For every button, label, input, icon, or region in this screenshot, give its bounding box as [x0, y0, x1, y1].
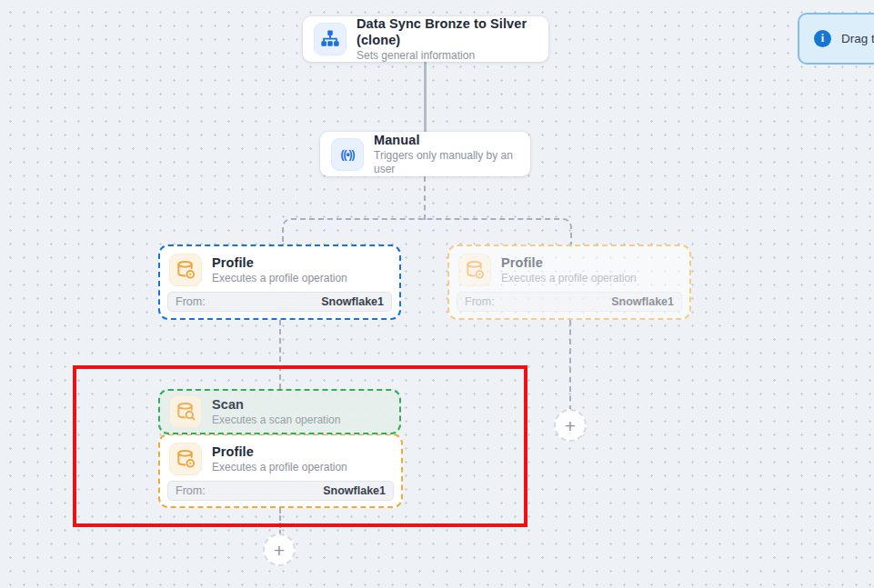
from-value: Snowflake1	[323, 484, 386, 497]
node-title: Profile	[212, 443, 347, 460]
add-node-button-bottom[interactable]: +	[263, 533, 296, 566]
node-title: Profile	[501, 254, 637, 271]
from-value: Snowflake1	[611, 295, 674, 308]
info-icon: i	[814, 30, 831, 47]
from-label: From:	[176, 295, 206, 308]
node-subtitle: Executes a scan operation	[212, 414, 340, 427]
from-field[interactable]: From: Snowflake1	[167, 292, 392, 312]
workflow-canvas[interactable]: Data Sync Bronze to Silver (clone) Sets …	[0, 0, 874, 588]
database-profile-icon	[458, 254, 491, 286]
plus-icon: +	[565, 416, 576, 435]
banner-text: Drag t	[841, 32, 874, 45]
node-title: Profile	[212, 254, 347, 271]
connector-branch	[282, 218, 572, 247]
connector-trigger-stub	[424, 176, 426, 220]
from-field[interactable]: From: Snowflake1	[457, 292, 682, 312]
plus-icon: +	[274, 541, 285, 560]
node-subtitle: Executes a profile operation	[212, 272, 347, 285]
node-subtitle: Executes a profile operation	[212, 461, 347, 474]
node-title: Data Sync Bronze to Silver (clone)	[357, 15, 537, 48]
node-root[interactable]: Data Sync Bronze to Silver (clone) Sets …	[303, 16, 548, 62]
sitemap-icon	[314, 23, 347, 55]
database-scan-icon	[169, 395, 202, 428]
node-profile-left[interactable]: Profile Executes a profile operation Fro…	[158, 244, 401, 320]
from-label: From:	[465, 295, 495, 308]
node-subtitle: Sets general information	[357, 49, 537, 63]
node-title: Manual	[374, 132, 519, 148]
node-profile-bottom[interactable]: Profile Executes a profile operation Fro…	[158, 434, 403, 508]
from-field[interactable]: From: Snowflake1	[167, 481, 394, 501]
connector-profile-right-down	[569, 320, 571, 411]
node-profile-right[interactable]: Profile Executes a profile operation Fro…	[447, 244, 691, 320]
database-profile-icon	[169, 443, 202, 475]
from-label: From:	[176, 484, 206, 497]
node-subtitle: Executes a profile operation	[501, 272, 637, 285]
node-scan-ghost[interactable]: Scan Executes a scan operation	[158, 389, 401, 434]
connector-profile-left-down	[279, 320, 281, 389]
connector-root-to-trigger	[424, 62, 427, 132]
add-node-button-right[interactable]: +	[554, 409, 587, 442]
connector-profile-bottom-down	[279, 508, 281, 535]
broadcast-icon: ((•))	[331, 138, 364, 171]
from-value: Snowflake1	[321, 295, 384, 308]
node-subtitle: Triggers only manually by an user	[374, 149, 519, 176]
node-title: Scan	[212, 396, 340, 413]
database-profile-icon	[169, 254, 202, 286]
node-trigger-manual[interactable]: ((•)) Manual Triggers only manually by a…	[320, 132, 530, 176]
drag-info-banner: i Drag t	[798, 13, 874, 65]
